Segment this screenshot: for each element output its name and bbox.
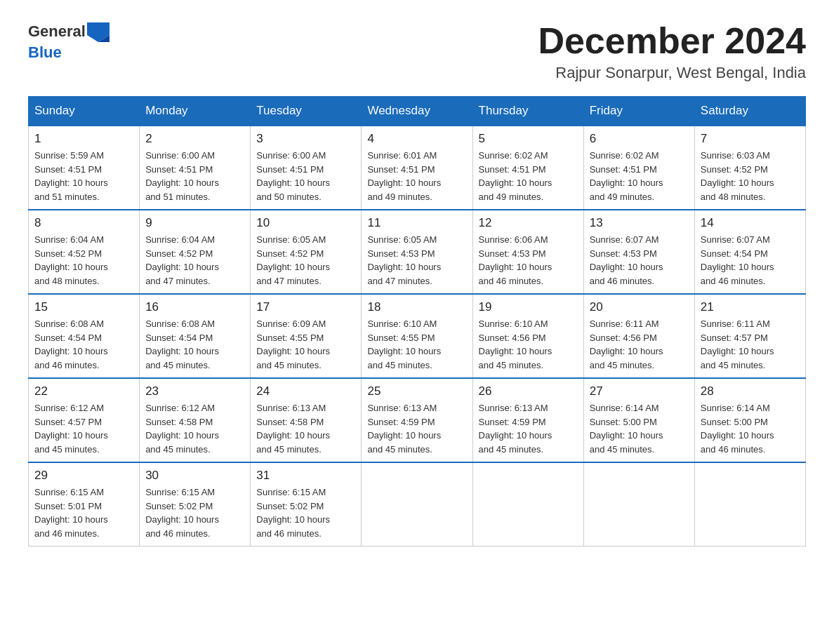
day-info-15: Sunrise: 6:08 AMSunset: 4:54 PMDaylight:… (34, 317, 133, 372)
day-info-20: Sunrise: 6:11 AMSunset: 4:56 PMDaylight:… (590, 317, 689, 372)
calendar-day-2: 2Sunrise: 6:00 AMSunset: 4:51 PMDaylight… (140, 126, 251, 210)
logo-icon (87, 22, 110, 42)
day-info-5: Sunrise: 6:02 AMSunset: 4:51 PMDaylight:… (479, 149, 578, 203)
calendar-header-row: SundayMondayTuesdayWednesdayThursdayFrid… (29, 97, 806, 126)
day-info-26: Sunrise: 6:13 AMSunset: 4:59 PMDaylight:… (479, 401, 578, 456)
day-info-17: Sunrise: 6:09 AMSunset: 4:55 PMDaylight:… (256, 317, 355, 372)
header-sunday: Sunday (29, 97, 140, 126)
day-info-2: Sunrise: 6:00 AMSunset: 4:51 PMDaylight:… (145, 149, 244, 203)
calendar-empty-4-5 (583, 462, 694, 546)
day-number-13: 13 (590, 216, 689, 230)
calendar-day-19: 19Sunrise: 6:10 AMSunset: 4:56 PMDayligh… (472, 294, 583, 378)
calendar-day-17: 17Sunrise: 6:09 AMSunset: 4:55 PMDayligh… (251, 294, 362, 378)
day-number-1: 1 (34, 132, 133, 146)
header-friday: Friday (583, 97, 694, 126)
header-tuesday: Tuesday (251, 97, 362, 126)
calendar-day-18: 18Sunrise: 6:10 AMSunset: 4:55 PMDayligh… (362, 294, 472, 378)
day-info-30: Sunrise: 6:15 AMSunset: 5:02 PMDaylight:… (145, 485, 244, 540)
calendar-day-14: 14Sunrise: 6:07 AMSunset: 4:54 PMDayligh… (694, 210, 805, 294)
header: General Blue December 2024 Rajpur Sonarp… (28, 21, 806, 82)
calendar-day-28: 28Sunrise: 6:14 AMSunset: 5:00 PMDayligh… (694, 378, 805, 462)
day-info-24: Sunrise: 6:13 AMSunset: 4:58 PMDaylight:… (256, 401, 355, 456)
day-number-22: 22 (34, 384, 133, 398)
calendar-day-6: 6Sunrise: 6:02 AMSunset: 4:51 PMDaylight… (583, 126, 694, 210)
calendar-week-3: 15Sunrise: 6:08 AMSunset: 4:54 PMDayligh… (29, 294, 806, 378)
day-info-21: Sunrise: 6:11 AMSunset: 4:57 PMDaylight:… (701, 317, 800, 372)
day-number-9: 9 (145, 216, 244, 230)
calendar-week-4: 22Sunrise: 6:12 AMSunset: 4:57 PMDayligh… (29, 378, 806, 462)
day-number-19: 19 (479, 300, 578, 314)
calendar-day-11: 11Sunrise: 6:05 AMSunset: 4:53 PMDayligh… (362, 210, 472, 294)
day-number-20: 20 (590, 300, 689, 314)
day-number-7: 7 (701, 132, 800, 146)
day-number-11: 11 (367, 216, 466, 230)
calendar-empty-4-3 (362, 462, 472, 546)
calendar-day-23: 23Sunrise: 6:12 AMSunset: 4:58 PMDayligh… (140, 378, 251, 462)
day-info-22: Sunrise: 6:12 AMSunset: 4:57 PMDaylight:… (34, 401, 133, 456)
day-info-25: Sunrise: 6:13 AMSunset: 4:59 PMDaylight:… (367, 401, 466, 456)
calendar: SundayMondayTuesdayWednesdayThursdayFrid… (28, 96, 806, 546)
day-info-16: Sunrise: 6:08 AMSunset: 4:54 PMDaylight:… (145, 317, 244, 372)
calendar-day-31: 31Sunrise: 6:15 AMSunset: 5:02 PMDayligh… (251, 462, 362, 546)
calendar-day-4: 4Sunrise: 6:01 AMSunset: 4:51 PMDaylight… (362, 126, 472, 210)
day-info-12: Sunrise: 6:06 AMSunset: 4:53 PMDaylight:… (479, 233, 578, 288)
day-number-23: 23 (145, 384, 244, 398)
day-number-14: 14 (701, 216, 800, 230)
day-number-12: 12 (479, 216, 578, 230)
day-number-3: 3 (256, 132, 355, 146)
calendar-empty-4-6 (694, 462, 805, 546)
day-number-21: 21 (701, 300, 800, 314)
day-number-10: 10 (256, 216, 355, 230)
header-thursday: Thursday (472, 97, 583, 126)
day-number-2: 2 (145, 132, 244, 146)
header-monday: Monday (140, 97, 251, 126)
calendar-day-20: 20Sunrise: 6:11 AMSunset: 4:56 PMDayligh… (583, 294, 694, 378)
day-info-13: Sunrise: 6:07 AMSunset: 4:53 PMDaylight:… (590, 233, 689, 288)
calendar-day-30: 30Sunrise: 6:15 AMSunset: 5:02 PMDayligh… (140, 462, 251, 546)
day-info-14: Sunrise: 6:07 AMSunset: 4:54 PMDaylight:… (701, 233, 800, 288)
calendar-day-12: 12Sunrise: 6:06 AMSunset: 4:53 PMDayligh… (472, 210, 583, 294)
calendar-day-1: 1Sunrise: 5:59 AMSunset: 4:51 PMDaylight… (29, 126, 140, 210)
day-info-8: Sunrise: 6:04 AMSunset: 4:52 PMDaylight:… (34, 233, 133, 288)
calendar-day-13: 13Sunrise: 6:07 AMSunset: 4:53 PMDayligh… (583, 210, 694, 294)
day-number-29: 29 (34, 469, 133, 483)
header-saturday: Saturday (694, 97, 805, 126)
calendar-day-16: 16Sunrise: 6:08 AMSunset: 4:54 PMDayligh… (140, 294, 251, 378)
day-info-19: Sunrise: 6:10 AMSunset: 4:56 PMDaylight:… (479, 317, 578, 372)
day-number-26: 26 (479, 384, 578, 398)
location-title: Rajpur Sonarpur, West Bengal, India (538, 64, 806, 82)
day-info-27: Sunrise: 6:14 AMSunset: 5:00 PMDaylight:… (590, 401, 689, 456)
day-info-6: Sunrise: 6:02 AMSunset: 4:51 PMDaylight:… (590, 149, 689, 203)
day-info-10: Sunrise: 6:05 AMSunset: 4:52 PMDaylight:… (256, 233, 355, 288)
day-info-28: Sunrise: 6:14 AMSunset: 5:00 PMDaylight:… (701, 401, 800, 456)
calendar-week-1: 1Sunrise: 5:59 AMSunset: 4:51 PMDaylight… (29, 126, 806, 210)
calendar-day-8: 8Sunrise: 6:04 AMSunset: 4:52 PMDaylight… (29, 210, 140, 294)
day-number-16: 16 (145, 300, 244, 314)
day-info-7: Sunrise: 6:03 AMSunset: 4:52 PMDaylight:… (701, 149, 800, 203)
day-number-4: 4 (367, 132, 466, 146)
day-info-9: Sunrise: 6:04 AMSunset: 4:52 PMDaylight:… (145, 233, 244, 288)
day-info-3: Sunrise: 6:00 AMSunset: 4:51 PMDaylight:… (256, 149, 355, 203)
day-number-30: 30 (145, 469, 244, 483)
day-number-18: 18 (367, 300, 466, 314)
logo: General Blue (28, 21, 110, 62)
logo-text-general: General (28, 22, 86, 41)
calendar-day-15: 15Sunrise: 6:08 AMSunset: 4:54 PMDayligh… (29, 294, 140, 378)
day-info-29: Sunrise: 6:15 AMSunset: 5:01 PMDaylight:… (34, 485, 133, 540)
month-title: December 2024 (538, 21, 806, 61)
calendar-day-25: 25Sunrise: 6:13 AMSunset: 4:59 PMDayligh… (362, 378, 472, 462)
calendar-day-9: 9Sunrise: 6:04 AMSunset: 4:52 PMDaylight… (140, 210, 251, 294)
day-number-6: 6 (590, 132, 689, 146)
day-number-15: 15 (34, 300, 133, 314)
day-number-5: 5 (479, 132, 578, 146)
day-number-31: 31 (256, 469, 355, 483)
calendar-day-21: 21Sunrise: 6:11 AMSunset: 4:57 PMDayligh… (694, 294, 805, 378)
calendar-day-22: 22Sunrise: 6:12 AMSunset: 4:57 PMDayligh… (29, 378, 140, 462)
day-number-27: 27 (590, 384, 689, 398)
day-number-24: 24 (256, 384, 355, 398)
calendar-day-29: 29Sunrise: 6:15 AMSunset: 5:01 PMDayligh… (29, 462, 140, 546)
calendar-day-3: 3Sunrise: 6:00 AMSunset: 4:51 PMDaylight… (251, 126, 362, 210)
day-info-1: Sunrise: 5:59 AMSunset: 4:51 PMDaylight:… (34, 149, 133, 203)
calendar-day-27: 27Sunrise: 6:14 AMSunset: 5:00 PMDayligh… (583, 378, 694, 462)
calendar-day-24: 24Sunrise: 6:13 AMSunset: 4:58 PMDayligh… (251, 378, 362, 462)
